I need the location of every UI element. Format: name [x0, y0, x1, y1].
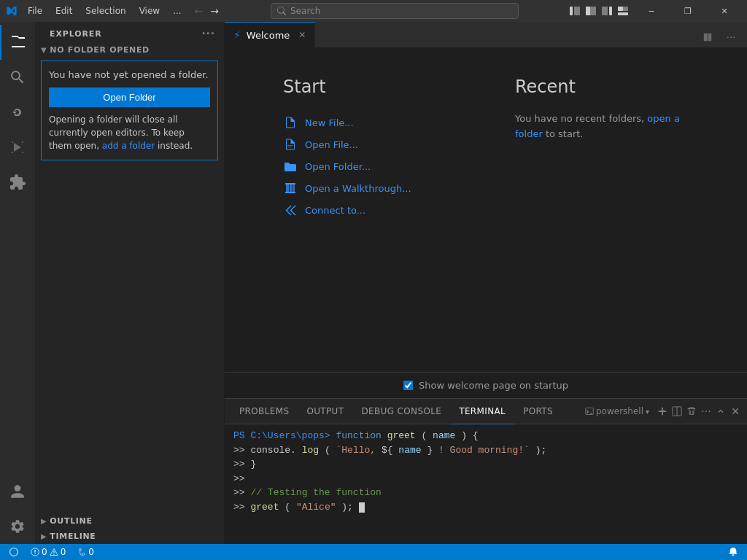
svg-rect-4: [602, 7, 608, 15]
sidebar-header: EXPLORER ···: [35, 22, 224, 42]
svg-point-13: [82, 553, 85, 556]
open-folder-item[interactable]: Open Folder...: [283, 155, 457, 177]
delete-terminal-btn[interactable]: [686, 405, 697, 417]
svg-rect-7: [618, 7, 623, 11]
status-git[interactable]: 0: [74, 547, 97, 557]
tab-bar: ⚡ Welcome ✕ ···: [225, 22, 747, 47]
startup-checkbox[interactable]: [403, 381, 413, 390]
timeline-chevron: ▶: [41, 532, 47, 540]
more-terminal-btn[interactable]: ···: [700, 405, 712, 417]
more-actions-btn[interactable]: ···: [721, 27, 741, 47]
collapse-panel-btn[interactable]: [715, 405, 727, 417]
terminal-output[interactable]: PS C:\Users\pops> function greet ( name …: [225, 424, 747, 544]
sidebar: EXPLORER ··· ▼ NO FOLDER OPENED You have…: [35, 22, 225, 544]
warning-count: 0: [61, 547, 66, 557]
open-file-label: Open File...: [305, 139, 358, 150]
split-editor-btn[interactable]: [697, 27, 718, 47]
layout-sidebar-left[interactable]: [568, 4, 582, 18]
start-title: Start: [283, 77, 457, 97]
warning-text: Opening a folder will close all currentl…: [49, 113, 210, 152]
term-line-3: >> }: [233, 457, 738, 472]
svg-rect-5: [609, 7, 612, 15]
minimize-button[interactable]: ─: [635, 0, 668, 22]
nav-buttons: ← →: [192, 4, 222, 18]
new-file-item[interactable]: New File...: [283, 112, 457, 133]
term-line-2: >> console. log ( `Hello, ${ name } ! Go…: [233, 443, 738, 458]
menu-edit[interactable]: Edit: [50, 4, 78, 18]
layout-icons: [568, 4, 630, 18]
sidebar-section-outline[interactable]: ▶ OUTLINE: [35, 513, 224, 529]
menu-view[interactable]: View: [133, 4, 166, 18]
menu-more[interactable]: ...: [167, 4, 187, 18]
term-line-4: >>: [233, 472, 738, 486]
status-errors[interactable]: 0 0: [28, 547, 69, 557]
shell-name: powershell: [596, 406, 643, 416]
connect-to-item[interactable]: Connect to...: [283, 199, 457, 221]
svg-point-12: [80, 549, 82, 551]
status-bar: 0 0 0: [0, 544, 747, 560]
term-line-1: PS C:\Users\pops> function greet ( name …: [233, 429, 738, 443]
menu-file[interactable]: File: [22, 4, 48, 18]
start-section: Start New File...: [283, 77, 457, 343]
svg-rect-8: [618, 12, 628, 15]
panel-tab-ports[interactable]: PORTS: [514, 399, 562, 424]
no-folder-text: You have not yet opened a folder.: [49, 69, 210, 82]
activity-source-control[interactable]: [0, 95, 35, 130]
sidebar-more-btn[interactable]: ···: [201, 28, 215, 39]
open-file-item[interactable]: Open File...: [283, 133, 457, 155]
sidebar-section-timeline[interactable]: ▶ TIMELINE: [35, 529, 224, 544]
nav-back[interactable]: ←: [192, 4, 206, 18]
tab-welcome[interactable]: ⚡ Welcome ✕: [225, 22, 315, 47]
activity-settings[interactable]: [0, 509, 35, 544]
shell-dropdown-icon: ▾: [646, 408, 649, 416]
recent-title: Recent: [515, 77, 689, 97]
new-file-label: New File...: [305, 117, 354, 128]
menu-selection[interactable]: Selection: [80, 4, 131, 18]
open-folder-icon: [283, 159, 298, 174]
search-box[interactable]: Search: [271, 3, 519, 19]
activity-search[interactable]: [0, 60, 35, 95]
close-button[interactable]: ✕: [708, 0, 741, 22]
welcome-content: Start New File...: [225, 47, 747, 398]
connect-to-label: Connect to...: [305, 205, 365, 216]
split-terminal-btn[interactable]: [671, 405, 683, 417]
status-notification-bell[interactable]: [725, 547, 741, 557]
panel-actions: powershell ▾ ···: [581, 405, 741, 418]
add-terminal-btn[interactable]: [657, 405, 668, 417]
activity-run-debug[interactable]: [0, 130, 35, 165]
restore-button[interactable]: ❒: [671, 0, 705, 22]
welcome-tab-close[interactable]: ✕: [298, 30, 306, 40]
panel-tab-terminal[interactable]: TERMINAL: [450, 399, 514, 424]
status-left: 0 0 0: [6, 547, 97, 557]
status-remote[interactable]: [6, 547, 22, 557]
layout-sidebar-right[interactable]: [600, 4, 614, 18]
search-area: Search: [226, 3, 563, 19]
activity-extensions[interactable]: [0, 165, 35, 200]
open-folder-button[interactable]: Open Folder: [49, 88, 210, 107]
panel-tab-debug-console[interactable]: DEBUG CONSOLE: [352, 399, 450, 424]
activity-explorer[interactable]: [0, 25, 35, 60]
startup-bar: Show welcome page on startup: [225, 372, 747, 398]
activity-account[interactable]: [0, 474, 35, 509]
explorer-title: EXPLORER: [50, 29, 102, 39]
open-walkthrough-icon: [283, 181, 298, 195]
panel-tab-output[interactable]: OUTPUT: [298, 399, 352, 424]
layout-panels[interactable]: [616, 4, 630, 18]
recent-text: You have no recent folders, open a folde…: [515, 112, 689, 142]
tab-actions: ···: [697, 27, 747, 47]
close-panel-btn[interactable]: ✕: [729, 405, 741, 417]
shell-selector[interactable]: powershell ▾: [581, 405, 654, 418]
no-folder-header: ▼ NO FOLDER OPENED: [35, 42, 224, 58]
no-folder-title: NO FOLDER OPENED: [50, 45, 150, 55]
git-count: 0: [88, 547, 94, 557]
startup-label: Show welcome page on startup: [419, 380, 568, 391]
timeline-label: TIMELINE: [50, 532, 96, 541]
error-count: 0: [42, 547, 47, 557]
nav-forward[interactable]: →: [207, 4, 222, 18]
panel-tab-problems[interactable]: PROBLEMS: [231, 399, 298, 424]
svg-rect-1: [574, 7, 580, 15]
add-folder-link[interactable]: add a folder: [102, 141, 155, 151]
recent-section: Recent You have no recent folders, open …: [515, 77, 689, 343]
layout-editor[interactable]: [584, 4, 598, 18]
open-walkthrough-item[interactable]: Open a Walkthrough...: [283, 177, 457, 199]
